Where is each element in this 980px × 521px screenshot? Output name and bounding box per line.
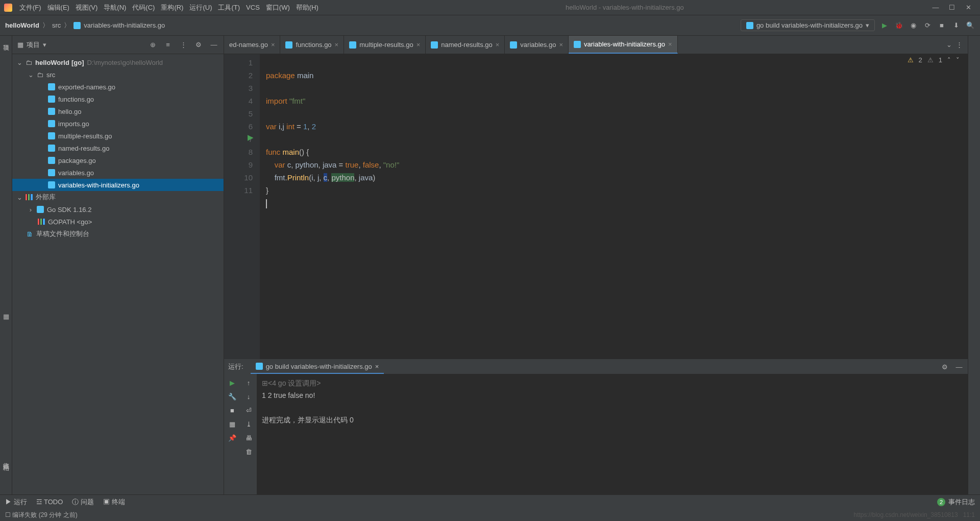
structure-tool-button[interactable]: ▦ <box>2 312 11 321</box>
breadcrumb: helloWorld 〉 src 〉 variables-with-initia… <box>5 21 165 30</box>
rerun-icon[interactable]: ▶ <box>230 379 235 387</box>
navbar: helloWorld 〉 src 〉 variables-with-initia… <box>0 15 980 36</box>
close-icon[interactable]: × <box>375 363 379 370</box>
menu-edit[interactable]: 编辑(E) <box>44 3 72 12</box>
settings-icon[interactable]: ⚙ <box>194 40 203 50</box>
gopath[interactable]: GOPATH <go> <box>12 216 224 228</box>
menu-refactor[interactable]: 重构(R) <box>158 3 186 12</box>
menu-navigate[interactable]: 导航(N) <box>101 3 129 12</box>
watermark: https://blog.csdn.net/weixin_38510813 <box>853 511 958 518</box>
close-icon[interactable]: × <box>416 41 421 49</box>
file-item[interactable]: exported-names.go <box>12 81 224 93</box>
pin-icon[interactable]: 📌 <box>228 434 236 442</box>
line-gutter: 123 456 789 1011 <box>224 54 260 359</box>
more-tabs-icon[interactable]: ⌄ <box>946 41 952 49</box>
go-sdk[interactable]: ›Go SDK 1.16.2 <box>12 203 224 216</box>
breadcrumb-folder[interactable]: src <box>52 21 61 29</box>
close-icon[interactable]: × <box>496 41 500 49</box>
run-tool-button[interactable]: ▶ 运行 <box>5 498 27 507</box>
close-button[interactable]: ✕ <box>965 4 972 11</box>
chevron-down-icon[interactable]: ˅ <box>956 56 960 64</box>
update-button[interactable]: ⬇ <box>951 21 961 30</box>
chevron-up-icon[interactable]: ˄ <box>947 56 951 64</box>
favorites-tool-button[interactable]: 收藏 结构 <box>2 458 10 460</box>
status-text: 编译失败 (29 分钟 之前) <box>12 511 77 519</box>
console-output[interactable]: ⊞<4 go 设置调用> 1 2 true false no! 进程完成，并显示… <box>257 374 968 494</box>
profile-button[interactable]: ⟳ <box>923 21 932 30</box>
search-button[interactable]: 🔍 <box>966 21 975 30</box>
menu-help[interactable]: 帮助(H) <box>293 3 322 12</box>
tab[interactable]: functions.go× <box>280 36 344 54</box>
sidebar-title: 项目 <box>27 40 40 50</box>
collapse-icon[interactable]: ⋮ <box>179 40 188 50</box>
menu-tools[interactable]: 工具(T) <box>215 3 243 12</box>
go-file-icon <box>746 22 753 29</box>
locate-icon[interactable]: ⊕ <box>148 40 157 50</box>
gear-icon[interactable]: ⚙ <box>940 362 949 371</box>
close-icon[interactable]: × <box>559 41 563 49</box>
tab[interactable]: named-results.go× <box>426 36 505 54</box>
external-libs[interactable]: ⌄外部库 <box>12 191 224 203</box>
tab[interactable]: ed-names.go× <box>224 36 280 54</box>
menu-vcs[interactable]: VCS <box>243 4 263 11</box>
breadcrumb-project[interactable]: helloWorld <box>5 21 39 29</box>
coverage-button[interactable]: ◉ <box>909 21 918 30</box>
run-button[interactable]: ▶ <box>880 21 889 30</box>
todo-tool-button[interactable]: ☲ TODO <box>36 498 63 506</box>
tab-active[interactable]: variables-with-initializers.go× <box>569 36 678 54</box>
file-item-selected[interactable]: variables-with-initializers.go <box>12 179 224 191</box>
expand-icon[interactable]: ≡ <box>163 40 173 50</box>
soft-wrap-icon[interactable]: ⏎ <box>246 407 252 414</box>
stop-icon[interactable]: ■ <box>230 407 234 414</box>
problems-tool-button[interactable]: ⓘ 问题 <box>72 498 94 507</box>
code-area[interactable]: package main import "fmt" var i,j int = … <box>260 54 968 359</box>
minimize-icon[interactable]: — <box>954 362 964 371</box>
code-editor[interactable]: 123 456 789 1011 package main import "fm… <box>224 54 968 359</box>
tab[interactable]: multiple-results.go× <box>344 36 426 54</box>
project-root[interactable]: ⌄🗀 helloWorld [go] D:\mynotes\go\helloWo… <box>12 56 224 68</box>
menu-view[interactable]: 视图(V) <box>72 3 101 12</box>
print-icon[interactable]: 🖶 <box>246 434 252 442</box>
file-item[interactable]: variables.go <box>12 167 224 179</box>
window-title: helloWorld - variables-with-initializers… <box>322 4 928 11</box>
run-panel: 运行: go build variables-with-initializers… <box>224 359 968 494</box>
close-icon[interactable]: × <box>271 41 275 49</box>
src-folder[interactable]: ⌄🗀src <box>12 68 224 81</box>
scratch-files[interactable]: 🗎草稿文件和控制台 <box>12 228 224 240</box>
menu-file[interactable]: 文件(F) <box>16 3 44 12</box>
terminal-tool-button[interactable]: ▣ 终端 <box>103 498 125 507</box>
tab-menu-icon[interactable]: ⋮ <box>956 41 963 49</box>
menu-code[interactable]: 代码(C) <box>129 3 158 12</box>
run-config-selector[interactable]: go build variables-with-initializers.go … <box>741 19 875 31</box>
up-icon[interactable]: ↑ <box>247 379 251 387</box>
hide-icon[interactable]: — <box>209 40 218 50</box>
titlebar: 文件(F) 编辑(E) 视图(V) 导航(N) 代码(C) 重构(R) 运行(U… <box>0 0 980 15</box>
scroll-icon[interactable]: ⤓ <box>246 420 252 428</box>
file-item[interactable]: imports.go <box>12 117 224 130</box>
file-item[interactable]: packages.go <box>12 154 224 167</box>
run-tab[interactable]: go build variables-with-initializers.go× <box>251 360 384 374</box>
breadcrumb-file[interactable]: variables-with-initializers.go <box>84 21 165 29</box>
close-icon[interactable]: × <box>668 40 672 48</box>
wrench-icon[interactable]: 🔧 <box>228 393 236 400</box>
minimize-button[interactable]: — <box>932 4 939 11</box>
stop-button[interactable]: ■ <box>937 21 946 30</box>
statusbar: ☐ 编译失败 (29 分钟 之前) https://blog.csdn.net/… <box>0 509 980 521</box>
close-icon[interactable]: × <box>335 41 339 49</box>
weak-warning-icon: ⚠ <box>927 56 934 64</box>
menu-window[interactable]: 窗口(W) <box>263 3 293 12</box>
maximize-button[interactable]: ☐ <box>948 4 955 11</box>
run-gutter-icon[interactable]: ▶ <box>248 131 254 144</box>
debug-button[interactable]: 🐞 <box>894 21 903 30</box>
layout-icon[interactable]: ▦ <box>229 420 235 428</box>
trash-icon[interactable]: 🗑 <box>246 448 252 456</box>
file-item[interactable]: functions.go <box>12 93 224 105</box>
file-item[interactable]: multiple-results.go <box>12 130 224 142</box>
menu-run[interactable]: 运行(U) <box>186 3 215 12</box>
file-item[interactable]: named-results.go <box>12 142 224 154</box>
inspection-badges[interactable]: ⚠2 ⚠1 ˄ ˅ <box>908 56 960 64</box>
event-log-button[interactable]: 事件日志 <box>948 498 975 507</box>
down-icon[interactable]: ↓ <box>247 393 251 400</box>
tab[interactable]: variables.go× <box>505 36 569 54</box>
file-item[interactable]: hello.go <box>12 105 224 117</box>
